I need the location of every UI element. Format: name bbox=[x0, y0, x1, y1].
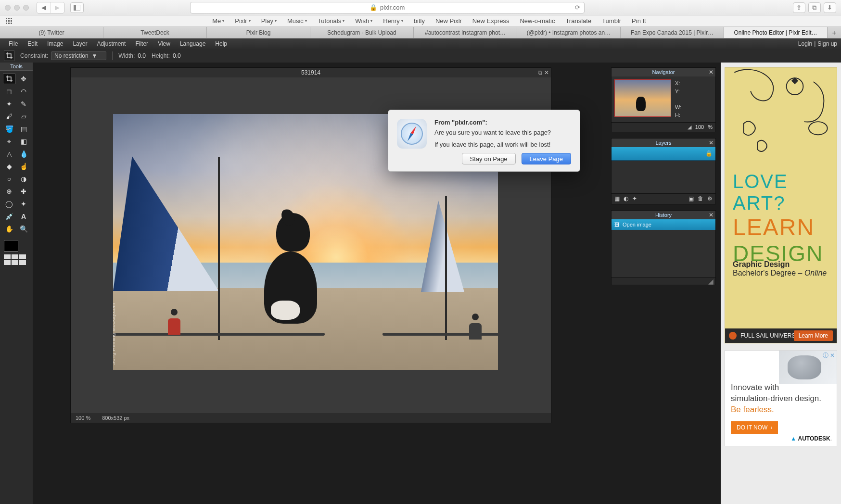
back-button[interactable]: ◀ bbox=[37, 2, 51, 13]
crop-tool[interactable] bbox=[3, 74, 15, 84]
bookmark-item[interactable]: New Pixlr bbox=[435, 17, 462, 25]
minimize-window-icon[interactable] bbox=[14, 5, 20, 11]
sponge-tool[interactable]: ○ bbox=[3, 174, 15, 184]
smudge-tool[interactable]: ☝ bbox=[17, 161, 30, 172]
gradient-tool[interactable]: ▤ bbox=[17, 124, 30, 134]
menu-filter[interactable]: Filter bbox=[130, 40, 153, 47]
width-value[interactable]: 0.0 bbox=[138, 52, 146, 59]
wand-tool[interactable]: ✦ bbox=[3, 99, 15, 109]
constraint-select[interactable]: No restriction ▼ bbox=[51, 51, 106, 60]
browser-tab-active[interactable]: Online Photo Editor | Pixlr Edit… bbox=[724, 27, 828, 38]
lock-icon[interactable]: 🔒 bbox=[705, 150, 713, 157]
close-icon[interactable]: ✕ bbox=[709, 212, 714, 218]
browser-tab[interactable]: TweetDeck bbox=[103, 27, 207, 38]
menu-view[interactable]: View bbox=[153, 40, 175, 47]
zoom-window-icon[interactable] bbox=[23, 5, 29, 11]
menu-layer[interactable]: Layer bbox=[68, 40, 92, 47]
marquee-tool[interactable]: ◻ bbox=[3, 86, 15, 97]
bookmark-item[interactable]: bitly bbox=[414, 17, 425, 25]
paint-bucket-tool[interactable]: 🪣 bbox=[3, 124, 15, 134]
bookmark-item[interactable]: Pin It bbox=[632, 17, 646, 25]
ad-close-icon[interactable]: ⓘ ✕ bbox=[823, 352, 835, 360]
reload-icon[interactable]: ⟳ bbox=[575, 4, 580, 11]
bookmark-item[interactable]: Henry▾ bbox=[383, 17, 403, 25]
close-icon[interactable]: ✕ bbox=[544, 69, 549, 76]
sharpen-tool[interactable]: ◆ bbox=[3, 161, 15, 172]
new-icon[interactable]: ▣ bbox=[688, 195, 694, 202]
menu-edit[interactable]: Edit bbox=[23, 40, 42, 47]
swatch-grid[interactable] bbox=[4, 254, 29, 265]
downloads-button[interactable]: ⬇ bbox=[824, 2, 836, 13]
navigator-thumbnail[interactable] bbox=[614, 79, 671, 117]
menu-help[interactable]: Help bbox=[210, 40, 232, 47]
apps-icon[interactable] bbox=[6, 18, 13, 25]
bookmark-item[interactable]: Tutorials▾ bbox=[318, 17, 344, 25]
leave-page-button[interactable]: Leave Page bbox=[522, 153, 571, 164]
colorpicker-tool[interactable]: 💉 bbox=[3, 211, 15, 222]
share-button[interactable]: ⇪ bbox=[793, 2, 805, 13]
delete-icon[interactable]: 🗑 bbox=[698, 195, 703, 202]
zoom-tool[interactable]: 🔍 bbox=[17, 224, 30, 234]
bookmark-item[interactable]: Translate bbox=[565, 17, 591, 25]
new-tab-button[interactable]: + bbox=[828, 27, 841, 38]
browser-tab[interactable]: (9) Twitter bbox=[0, 27, 103, 38]
dodge-tool[interactable]: ◑ bbox=[17, 174, 30, 184]
pinch-tool[interactable]: ✦ bbox=[17, 199, 30, 209]
learn-more-button[interactable]: Learn More bbox=[794, 330, 833, 341]
document-titlebar[interactable]: 531914 ⧉ ✕ bbox=[71, 68, 551, 77]
bookmark-item[interactable]: Me▾ bbox=[212, 17, 224, 25]
signup-link[interactable]: Sign up bbox=[817, 40, 837, 47]
mask-icon[interactable]: ◐ bbox=[624, 195, 628, 202]
do-it-now-button[interactable]: DO IT NOW› bbox=[731, 421, 778, 434]
red-eye-tool[interactable]: ⊕ bbox=[3, 186, 15, 197]
browser-tab[interactable]: (@pixlr) • Instagram photos an… bbox=[517, 27, 621, 38]
menu-image[interactable]: Image bbox=[42, 40, 68, 47]
brush-tool[interactable]: 🖌 bbox=[3, 111, 15, 122]
browser-tab[interactable]: #autocontrast Instagram phot… bbox=[414, 27, 517, 38]
menu-file[interactable]: File bbox=[4, 40, 23, 47]
menu-language[interactable]: Language bbox=[175, 40, 210, 47]
blur-tool[interactable]: 💧 bbox=[17, 149, 30, 159]
height-value[interactable]: 0.0 bbox=[173, 52, 181, 59]
tabs-button[interactable]: ⧉ bbox=[808, 2, 821, 13]
drawing-tool[interactable]: △ bbox=[3, 149, 15, 159]
browser-tab[interactable]: Fan Expo Canada 2015 | Pixlr… bbox=[621, 27, 724, 38]
close-icon[interactable]: ✕ bbox=[709, 139, 714, 146]
close-window-icon[interactable] bbox=[5, 5, 11, 11]
clone-stamp-tool[interactable]: ⌖ bbox=[3, 136, 15, 147]
bookmark-item[interactable]: Music▾ bbox=[287, 17, 307, 25]
sidebar-toggle-button[interactable] bbox=[70, 2, 84, 13]
forward-button[interactable]: ▶ bbox=[51, 2, 64, 13]
color-replace-tool[interactable]: ◧ bbox=[17, 136, 30, 147]
zoom-out-icon[interactable]: ◢ bbox=[688, 124, 691, 130]
foreground-color[interactable] bbox=[4, 240, 18, 252]
new-layer-icon[interactable]: ▦ bbox=[614, 195, 620, 202]
spot-heal-tool[interactable]: ✚ bbox=[17, 186, 30, 197]
eraser-tool[interactable]: ▱ bbox=[17, 111, 30, 122]
settings-icon[interactable]: ⚙ bbox=[707, 195, 713, 202]
hand-tool[interactable]: ✋ bbox=[3, 224, 15, 234]
bookmark-item[interactable]: Play▾ bbox=[261, 17, 277, 25]
move-tool[interactable]: ✥ bbox=[17, 74, 30, 84]
bloat-tool[interactable]: ◯ bbox=[3, 199, 15, 209]
browser-tab[interactable]: Pixlr Blog bbox=[207, 27, 310, 38]
history-item[interactable]: 🖼 Open image bbox=[612, 219, 715, 230]
layer-row[interactable]: 🔒 bbox=[612, 147, 715, 161]
bookmark-item[interactable]: New Express bbox=[472, 17, 510, 25]
type-tool[interactable]: A bbox=[17, 211, 30, 222]
lasso-tool[interactable]: ◠ bbox=[17, 86, 30, 97]
ad-fullsail[interactable]: LOVE ART? LEARN DESIGN Graphic Design Ba… bbox=[725, 67, 837, 343]
login-link[interactable]: Login bbox=[798, 40, 812, 47]
stay-on-page-button[interactable]: Stay on Page bbox=[462, 153, 516, 164]
zoom-value[interactable]: 100 bbox=[695, 124, 704, 130]
bookmark-item[interactable]: Wish▾ bbox=[355, 17, 372, 25]
resize-handle-icon[interactable]: ◢ bbox=[708, 277, 714, 285]
ad-autodesk[interactable]: ⓘ ✕ Innovate with simulation-driven desi… bbox=[725, 350, 837, 446]
bookmark-item[interactable]: Tumblr bbox=[602, 17, 621, 25]
bookmark-item[interactable]: Pixlr▾ bbox=[235, 17, 250, 25]
maximize-icon[interactable]: ⧉ bbox=[538, 69, 542, 76]
close-icon[interactable]: ✕ bbox=[709, 69, 714, 76]
address-bar[interactable]: 🔒 pixlr.com ⟳ bbox=[190, 2, 585, 13]
pencil-tool[interactable]: ✎ bbox=[17, 99, 30, 109]
bookmark-item[interactable]: New-o-matic bbox=[520, 17, 555, 25]
